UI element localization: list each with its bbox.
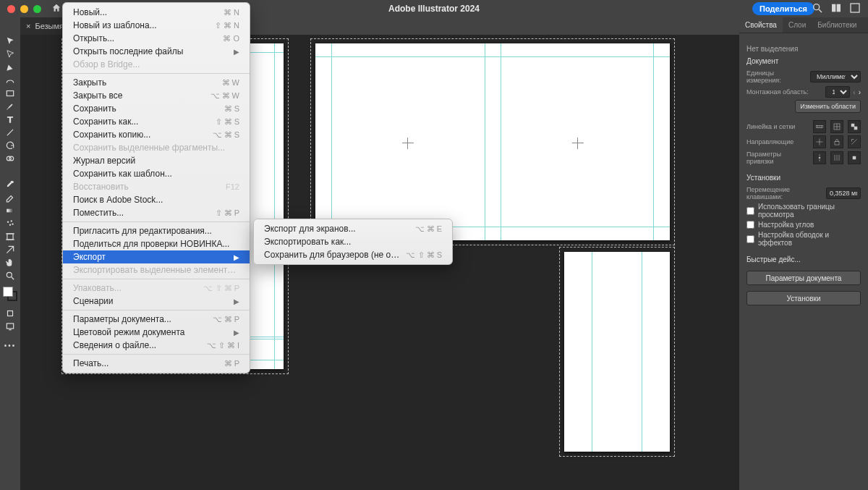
menu-item[interactable]: Сохранить как...⇧ ⌘ S — [63, 115, 250, 128]
menu-item-label: Сценарии — [73, 296, 229, 306]
home-icon[interactable] — [51, 3, 61, 15]
fill-color-icon[interactable] — [3, 287, 13, 297]
chk-strokes[interactable] — [746, 235, 754, 243]
doc-params-button[interactable]: Параметры документа — [746, 271, 861, 285]
eraser-tool-icon[interactable] — [0, 191, 20, 204]
menu-shortcut: ⇧ ⌘ S — [216, 117, 239, 127]
no-selection-label: Нет выделения — [746, 45, 861, 53]
snap-label: Параметры привязки — [746, 151, 810, 165]
zoom-tool-icon[interactable] — [0, 269, 20, 282]
arrange-icon[interactable] — [849, 2, 861, 16]
menu-item[interactable]: Экспорт для экранов...⌥ ⌘ E — [254, 222, 452, 235]
rotate-tool-icon[interactable] — [0, 139, 20, 152]
show-guides-icon[interactable] — [813, 135, 826, 148]
menu-shortcut: ⌘ W — [222, 78, 239, 88]
type-tool-icon[interactable] — [0, 113, 20, 126]
snap-point-icon[interactable] — [813, 151, 826, 164]
ruler-icon[interactable] — [813, 120, 826, 133]
gradient-tool-icon[interactable] — [0, 204, 20, 217]
draw-mode-icon[interactable] — [0, 307, 20, 320]
next-artboard-icon[interactable]: › — [859, 88, 861, 96]
menu-shortcut: ⌥ ⌘ P — [213, 315, 239, 324]
close-window-icon[interactable] — [7, 5, 15, 13]
artboard-2[interactable] — [315, 43, 670, 240]
edit-toolbar-icon[interactable]: ••• — [4, 342, 17, 350]
menu-item[interactable]: Закрыть⌘ W — [63, 76, 250, 89]
menu-item[interactable]: Сохранить копию...⌥ ⌘ S — [63, 128, 250, 141]
menu-item[interactable]: Новый из шаблона...⇧ ⌘ N — [63, 19, 250, 32]
chk-corners[interactable] — [746, 221, 754, 229]
menu-item-label: Закрыть — [73, 77, 216, 88]
tab-properties[interactable]: Свойства — [739, 17, 783, 33]
menu-item[interactable]: Экспорт▶ — [63, 250, 250, 263]
direct-selection-tool-icon[interactable] — [0, 48, 20, 61]
file-menu[interactable]: Новый...⌘ NНовый из шаблона...⇧ ⌘ NОткры… — [62, 2, 250, 373]
menu-item[interactable]: Открыть последние файлы▶ — [63, 45, 250, 58]
menu-item[interactable]: Пригласить для редактирования... — [63, 224, 250, 237]
menu-item[interactable]: Сценарии▶ — [63, 295, 250, 308]
menu-item[interactable]: Поиск в Adobe Stock... — [63, 193, 250, 206]
menu-item[interactable]: Печать...⌘ P — [63, 357, 250, 370]
shape-builder-tool-icon[interactable] — [0, 152, 20, 165]
line-tool-icon[interactable] — [0, 126, 20, 139]
artboard-select[interactable]: 1 — [825, 86, 850, 98]
width-tool-icon[interactable] — [0, 165, 20, 178]
artboard-label: Монтажная область: — [746, 88, 822, 96]
share-button[interactable]: Поделиться — [752, 2, 814, 15]
units-select[interactable]: Миллиметры — [810, 71, 861, 83]
menu-item[interactable]: Экспортировать как... — [254, 235, 452, 248]
menu-item-label: Экспорт — [73, 252, 229, 262]
menu-item[interactable]: Сведения о файле...⌥ ⇧ ⌘ I — [63, 339, 250, 352]
menu-item[interactable]: Журнал версий — [63, 154, 250, 167]
minimize-window-icon[interactable] — [20, 5, 28, 13]
maximize-window-icon[interactable] — [33, 5, 41, 13]
tab-libraries[interactable]: Библиотеки — [812, 17, 862, 33]
menu-item[interactable]: Цветовой режим документа▶ — [63, 326, 250, 339]
lock-guides-icon[interactable] — [830, 135, 843, 148]
eyedropper-tool-icon[interactable] — [0, 178, 20, 191]
prefs-button[interactable]: Установки — [746, 291, 861, 305]
prev-artboard-icon[interactable]: ‹ — [853, 88, 855, 96]
workspace-icon[interactable] — [830, 2, 842, 16]
menu-item[interactable]: Новый...⌘ N — [63, 6, 250, 19]
nudge-input[interactable] — [826, 187, 861, 199]
tab-layers[interactable]: Слои — [783, 17, 812, 33]
transparency-grid-icon[interactable] — [848, 120, 861, 133]
close-tab-icon[interactable]: × — [26, 22, 30, 30]
pen-tool-icon[interactable] — [0, 61, 20, 74]
artboard-tool-icon[interactable] — [0, 230, 20, 243]
snap-pixel-icon[interactable] — [848, 151, 861, 164]
menu-item-label: Журнал версий — [73, 156, 239, 166]
rectangle-tool-icon[interactable] — [0, 87, 20, 100]
slice-tool-icon[interactable] — [0, 243, 20, 256]
quick-actions-heading: Быстрые дейс... — [746, 255, 861, 263]
hand-tool-icon[interactable] — [0, 256, 20, 269]
menu-item[interactable]: Поделиться для проверки НОВИНКА... — [63, 237, 250, 250]
menu-item[interactable]: Открыть...⌘ O — [63, 32, 250, 45]
screen-mode-icon[interactable] — [0, 320, 20, 333]
smart-guides-icon[interactable] — [848, 135, 861, 148]
svg-rect-4 — [851, 4, 859, 12]
menu-item[interactable]: Поместить...⇧ ⌘ P — [63, 206, 250, 219]
menu-item[interactable]: Сохранить⌘ S — [63, 102, 250, 115]
menu-item-label: Новый... — [73, 7, 218, 17]
export-submenu[interactable]: Экспорт для экранов...⌥ ⌘ EЭкспортироват… — [253, 219, 453, 265]
paintbrush-tool-icon[interactable] — [0, 100, 20, 113]
symbol-sprayer-tool-icon[interactable] — [0, 217, 20, 230]
snap-grid-icon[interactable] — [830, 151, 843, 164]
chk-preview-bounds[interactable] — [746, 207, 754, 215]
svg-point-34 — [819, 157, 820, 159]
search-icon[interactable] — [812, 2, 823, 16]
menu-item[interactable]: Сохранить для браузеров (не обновляется)… — [254, 248, 452, 261]
selection-tool-icon[interactable] — [0, 35, 20, 48]
artboard-3[interactable] — [564, 252, 670, 452]
curvature-tool-icon[interactable] — [0, 74, 20, 87]
menu-shortcut: ⌥ ⌘ E — [415, 224, 442, 234]
menu-item[interactable]: Параметры документа...⌥ ⌘ P — [63, 313, 250, 326]
grid-icon[interactable] — [830, 120, 843, 133]
fill-stroke-swatch[interactable] — [3, 287, 17, 301]
menu-shortcut: ⌥ ⌘ W — [210, 91, 240, 101]
menu-item[interactable]: Сохранить как шаблон... — [63, 167, 250, 180]
menu-item[interactable]: Закрыть все⌥ ⌘ W — [63, 89, 250, 102]
edit-artboards-button[interactable]: Изменить области — [795, 100, 861, 113]
